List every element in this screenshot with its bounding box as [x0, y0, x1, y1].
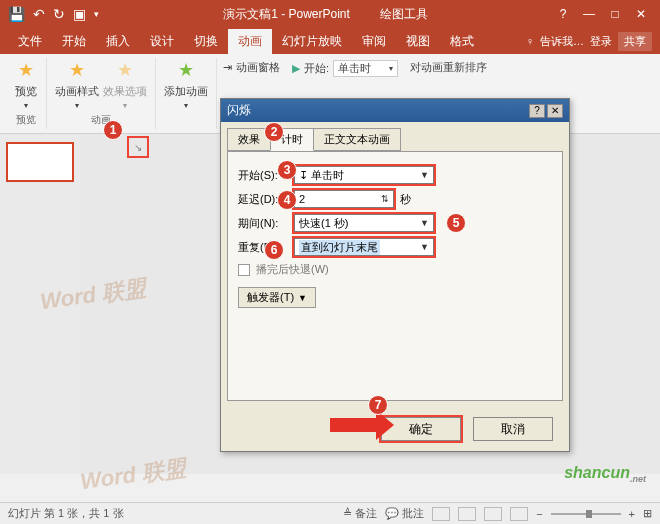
- chevron-down-icon: ▼: [420, 242, 429, 252]
- annotation-marker: 3: [277, 160, 297, 180]
- dialog-title: 闪烁: [227, 102, 251, 119]
- close-icon[interactable]: ✕: [632, 7, 650, 21]
- zoom-in-button[interactable]: +: [629, 508, 635, 520]
- rewind-label: 播完后快退(W): [256, 262, 329, 277]
- delay-suffix: 秒: [400, 192, 411, 207]
- normal-view-icon[interactable]: [432, 507, 450, 521]
- rewind-checkbox[interactable]: [238, 264, 250, 276]
- cancel-button[interactable]: 取消: [473, 417, 553, 441]
- tab-slideshow[interactable]: 幻灯片放映: [272, 29, 352, 54]
- start-dropdown[interactable]: 单击时 ▾: [333, 60, 398, 77]
- duration-dropdown[interactable]: 快速(1 秒) ▼: [294, 214, 434, 232]
- tell-me-text[interactable]: 告诉我…: [540, 34, 584, 49]
- tab-design[interactable]: 设计: [140, 29, 184, 54]
- add-animation-icon: ★: [174, 58, 198, 82]
- annotation-marker: 6: [264, 240, 284, 260]
- redo-icon[interactable]: ↻: [53, 6, 65, 22]
- animation-styles-button[interactable]: ★ 动画样式 ▾: [55, 58, 99, 110]
- dialog-titlebar[interactable]: 闪烁 ? ✕: [221, 99, 569, 122]
- annotation-marker: 1: [103, 120, 123, 140]
- slide-counter: 幻灯片 第 1 张，共 1 张: [8, 506, 124, 521]
- signin-link[interactable]: 登录: [590, 34, 612, 49]
- tab-home[interactable]: 开始: [52, 29, 96, 54]
- group-preview-label: 预览: [16, 113, 36, 129]
- preview-label: 预览: [15, 84, 37, 99]
- animation-pane-button[interactable]: ⇥ 动画窗格: [223, 60, 280, 75]
- trigger-button[interactable]: 触发器(T) ▼: [238, 287, 316, 308]
- slideshow-view-icon[interactable]: [510, 507, 528, 521]
- start-label: 开始:: [304, 61, 329, 76]
- ribbon-hide-icon[interactable]: ?: [554, 7, 572, 21]
- tab-review[interactable]: 审阅: [352, 29, 396, 54]
- dialog-tab-textanim[interactable]: 正文文本动画: [313, 128, 401, 151]
- tab-file[interactable]: 文件: [8, 29, 52, 54]
- comments-button[interactable]: 💬 批注: [385, 506, 424, 521]
- zoom-slider[interactable]: [551, 513, 621, 515]
- tell-me-icon[interactable]: ♀: [526, 35, 534, 47]
- chevron-down-icon: ▼: [420, 218, 429, 228]
- ribbon-tabs: 文件 开始 插入 设计 切换 动画 幻灯片放映 审阅 视图 格式 ♀ 告诉我… …: [0, 28, 660, 54]
- tab-transition[interactable]: 切换: [184, 29, 228, 54]
- duration-field-label: 期间(N):: [238, 216, 294, 231]
- start-slideshow-icon[interactable]: ▣: [73, 6, 86, 22]
- slide-thumbnail-panel: 1: [0, 134, 80, 474]
- chevron-down-icon: ▼: [298, 293, 307, 303]
- qat-dropdown-icon[interactable]: ▾: [94, 9, 99, 19]
- chevron-down-icon: ▾: [389, 64, 393, 73]
- status-bar: 幻灯片 第 1 张，共 1 张 ≜ 备注 💬 批注 − + ⊞: [0, 502, 660, 524]
- animation-pane-icon: ⇥: [223, 61, 232, 74]
- animation-styles-icon: ★: [65, 58, 89, 82]
- zoom-out-button[interactable]: −: [536, 508, 542, 520]
- add-animation-button[interactable]: ★ 添加动画 ▾: [164, 58, 208, 110]
- timing-dialog: 闪烁 ? ✕ 效果 计时 正文文本动画 开始(S): ↧ 单击时 ▼ 延迟(D)…: [220, 98, 570, 452]
- tab-format[interactable]: 格式: [440, 29, 484, 54]
- reorder-label: 对动画重新排序: [410, 60, 487, 75]
- add-animation-label: 添加动画: [164, 84, 208, 99]
- preview-button[interactable]: ★ 预览 ▾: [14, 58, 38, 110]
- maximize-icon[interactable]: □: [606, 7, 624, 21]
- preview-icon: ★: [14, 58, 38, 82]
- effect-options-label: 效果选项: [103, 84, 147, 99]
- reading-view-icon[interactable]: [484, 507, 502, 521]
- minimize-icon[interactable]: —: [580, 7, 598, 21]
- share-button[interactable]: 共享: [618, 32, 652, 51]
- annotation-marker: 4: [277, 190, 297, 210]
- annotation-marker: 5: [446, 213, 466, 233]
- play-icon: ▶: [292, 62, 300, 75]
- context-tab-label: 绘图工具: [380, 6, 428, 23]
- effect-options-button[interactable]: ★ 效果选项 ▾: [103, 58, 147, 110]
- tab-view[interactable]: 视图: [396, 29, 440, 54]
- spinner-icon: ⇅: [381, 194, 389, 204]
- notes-button[interactable]: ≜ 备注: [343, 506, 377, 521]
- annotation-marker: 2: [264, 122, 284, 142]
- slide-thumbnail[interactable]: 1: [6, 142, 74, 182]
- document-title: 演示文稿1 - PowerPoint: [223, 6, 350, 23]
- delay-spinner[interactable]: 2 ⇅: [294, 190, 394, 208]
- sorter-view-icon[interactable]: [458, 507, 476, 521]
- tab-animation[interactable]: 动画: [228, 29, 272, 54]
- dialog-body: 开始(S): ↧ 单击时 ▼ 延迟(D): 2 ⇅ 秒 期间(N): 快速(1 …: [227, 151, 563, 401]
- dialog-help-icon[interactable]: ?: [529, 104, 545, 118]
- chevron-down-icon: ▼: [420, 170, 429, 180]
- annotation-marker: 7: [368, 395, 388, 415]
- watermark-shancun: shancun.net: [564, 464, 646, 484]
- dialog-close-icon[interactable]: ✕: [547, 104, 563, 118]
- repeat-dropdown[interactable]: 直到幻灯片末尾 ▼: [294, 238, 434, 256]
- undo-icon[interactable]: ↶: [33, 6, 45, 22]
- click-icon: ↧: [299, 169, 308, 181]
- tab-insert[interactable]: 插入: [96, 29, 140, 54]
- dialog-launcher-icon[interactable]: ↘: [127, 136, 149, 158]
- title-bar: 💾 ↶ ↻ ▣ ▾ 演示文稿1 - PowerPoint 绘图工具 ? — □ …: [0, 0, 660, 28]
- animation-styles-label: 动画样式: [55, 84, 99, 99]
- start-dropdown[interactable]: ↧ 单击时 ▼: [294, 166, 434, 184]
- fit-to-window-icon[interactable]: ⊞: [643, 507, 652, 520]
- effect-options-icon: ★: [113, 58, 137, 82]
- quick-access-toolbar: 💾 ↶ ↻ ▣ ▾: [0, 6, 107, 22]
- save-icon[interactable]: 💾: [8, 6, 25, 22]
